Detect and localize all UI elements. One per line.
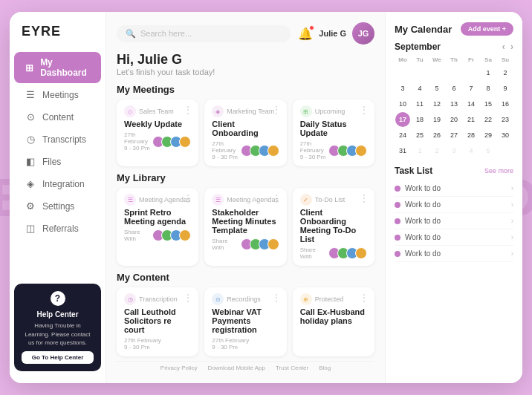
- sidebar-icon-integration: ◈: [25, 178, 36, 189]
- card-title: Client Onboarding: [212, 120, 279, 137]
- card-menu[interactable]: ⋮: [184, 293, 192, 302]
- card-date: 27th February9 - 30 Pm: [124, 337, 161, 350]
- help-center-button[interactable]: Go To Help Center: [22, 351, 94, 364]
- cal-day[interactable]: 5: [429, 81, 444, 96]
- notif-dot: [309, 25, 314, 30]
- meeting-card[interactable]: ✓To-Do ListClient Onboarding Meeting To-…: [293, 188, 374, 266]
- card-date: 27th February9 - 30 Pm: [300, 140, 328, 160]
- task-arrow[interactable]: ›: [511, 233, 513, 241]
- sidebar-item-referrals[interactable]: ◫Referrals: [14, 218, 101, 239]
- task-item[interactable]: Work to do ›: [395, 197, 513, 213]
- cal-day[interactable]: 9: [498, 81, 513, 96]
- cal-day[interactable]: 29: [481, 128, 496, 143]
- cal-day[interactable]: 19: [429, 112, 444, 127]
- cal-day[interactable]: 10: [395, 97, 410, 111]
- cal-day[interactable]: 18: [412, 112, 427, 127]
- cal-day[interactable]: 4: [412, 81, 427, 96]
- card-time: 9 - 30 Pm: [300, 154, 328, 160]
- card-menu[interactable]: ⋮: [272, 194, 281, 203]
- task-item[interactable]: Work to do ›: [395, 180, 513, 197]
- sidebar-icon-transcripts: ◷: [25, 134, 36, 145]
- sidebar-item-content[interactable]: ⊙Content: [14, 106, 101, 128]
- cal-day: 2: [429, 143, 444, 158]
- cal-day[interactable]: 13: [447, 97, 461, 111]
- cal-day[interactable]: 16: [498, 97, 513, 111]
- task-arrow[interactable]: ›: [511, 184, 513, 192]
- cal-day[interactable]: 22: [481, 112, 496, 127]
- task-list-title: Task List: [395, 166, 432, 176]
- card-menu[interactable]: ⋮: [184, 105, 192, 114]
- meeting-card[interactable]: ◷TranscriptionCall Leuthold Solicitors r…: [117, 287, 198, 356]
- card-menu[interactable]: ⋮: [272, 105, 281, 114]
- sidebar-icon-referrals: ◫: [25, 223, 36, 234]
- sidebar-item-settings[interactable]: ⚙Settings: [14, 195, 101, 217]
- sidebar-label-dashboard: My Dashboard: [40, 57, 91, 78]
- card-menu[interactable]: ⋮: [272, 293, 281, 302]
- cal-day[interactable]: 7: [464, 81, 479, 96]
- sidebar-item-files[interactable]: ◧Files: [14, 151, 101, 172]
- card-date: Share With: [212, 238, 240, 251]
- task-item[interactable]: Work to do ›: [395, 213, 513, 229]
- task-label: Work to do: [405, 200, 441, 209]
- cal-day[interactable]: 28: [464, 128, 479, 143]
- task-arrow[interactable]: ›: [511, 200, 513, 209]
- meeting-card[interactable]: ☰Meeting AgendasStakeholder Meeting Minu…: [204, 188, 286, 266]
- cal-day[interactable]: 12: [429, 97, 444, 111]
- search-bar[interactable]: 🔍 Search here...: [117, 25, 291, 42]
- footer-link[interactable]: Privacy Policy: [160, 365, 198, 371]
- cal-day[interactable]: 23: [498, 112, 513, 127]
- cal-day[interactable]: 1: [481, 65, 496, 80]
- cal-day[interactable]: 24: [395, 128, 410, 143]
- greeting-title: Hi, Julie G: [117, 52, 374, 68]
- cal-day: [395, 65, 410, 80]
- meeting-card[interactable]: ◈Marketing TeamClient Onboarding⋮27th Fe…: [204, 99, 286, 166]
- meeting-card[interactable]: ⊕ProtectedCall Ex-Husband holiday plans⋮: [293, 287, 374, 356]
- footer-link[interactable]: Download Mobile App: [208, 365, 265, 371]
- task-item[interactable]: Work to do ›: [395, 246, 513, 262]
- sidebar-item-integration[interactable]: ◈Integration: [14, 173, 101, 195]
- sidebar-item-transcripts[interactable]: ◷Transcripts: [14, 128, 101, 150]
- card-menu[interactable]: ⋮: [360, 293, 369, 302]
- add-event-button[interactable]: Add event +: [461, 22, 513, 36]
- next-month[interactable]: ›: [510, 42, 513, 52]
- task-item[interactable]: Work to do ›: [395, 229, 513, 246]
- meeting-card[interactable]: ◇Sales TeamWeekly Update⋮27th February9 …: [117, 99, 198, 166]
- card-type-label: Meeting Agendas: [227, 196, 279, 203]
- meeting-card[interactable]: ⊞UpcomingDaily Status Update⋮27th Februa…: [293, 99, 374, 166]
- card-type-icon: ⊙: [212, 293, 224, 305]
- cal-day[interactable]: 27: [447, 128, 461, 143]
- meeting-card[interactable]: ⊙RecordingsWebinar VAT Payments registra…: [204, 287, 286, 356]
- card-menu[interactable]: ⋮: [360, 105, 369, 114]
- cal-day[interactable]: 20: [447, 112, 461, 127]
- cal-day[interactable]: 14: [464, 97, 479, 111]
- cal-day-today[interactable]: 17: [395, 112, 410, 127]
- meeting-card[interactable]: ☰Meeting AgendasSprint Retro Meeting age…: [117, 188, 198, 266]
- card-date: Share With: [124, 229, 152, 242]
- task-arrow[interactable]: ›: [511, 249, 513, 258]
- sidebar-item-dashboard[interactable]: ⊞My Dashboard: [14, 52, 101, 83]
- card-menu[interactable]: ⋮: [360, 194, 369, 203]
- footer-link[interactable]: Trust Center: [276, 365, 308, 371]
- cal-day[interactable]: 3: [395, 81, 410, 96]
- cal-day[interactable]: 26: [429, 128, 444, 143]
- prev-month[interactable]: ‹: [502, 42, 505, 52]
- footer-link[interactable]: Blog: [319, 365, 331, 371]
- card-menu[interactable]: ⋮: [184, 194, 192, 203]
- main-header: 🔍 Search here... 🔔 Julie G JG: [117, 22, 374, 45]
- cal-day[interactable]: 30: [498, 128, 513, 143]
- card-date: Share With: [300, 247, 328, 260]
- see-more-link[interactable]: See more: [484, 167, 513, 174]
- sidebar-item-meetings[interactable]: ☰Meetings: [14, 84, 101, 105]
- task-arrow[interactable]: ›: [511, 217, 513, 225]
- sidebar-icon-settings: ⚙: [25, 200, 36, 212]
- cal-day[interactable]: 21: [464, 112, 479, 127]
- cal-day[interactable]: 8: [481, 81, 496, 96]
- cal-day[interactable]: 31: [395, 143, 410, 158]
- sidebar: EYRE ⊞My Dashboard☰Meetings⊙Content◷Tran…: [10, 12, 106, 383]
- cal-day[interactable]: 11: [412, 97, 427, 111]
- cal-day[interactable]: 15: [481, 97, 496, 111]
- cal-day[interactable]: 25: [412, 128, 427, 143]
- notification-icon[interactable]: 🔔: [298, 27, 313, 41]
- cal-day[interactable]: 2: [498, 65, 513, 80]
- cal-day[interactable]: 6: [447, 81, 461, 96]
